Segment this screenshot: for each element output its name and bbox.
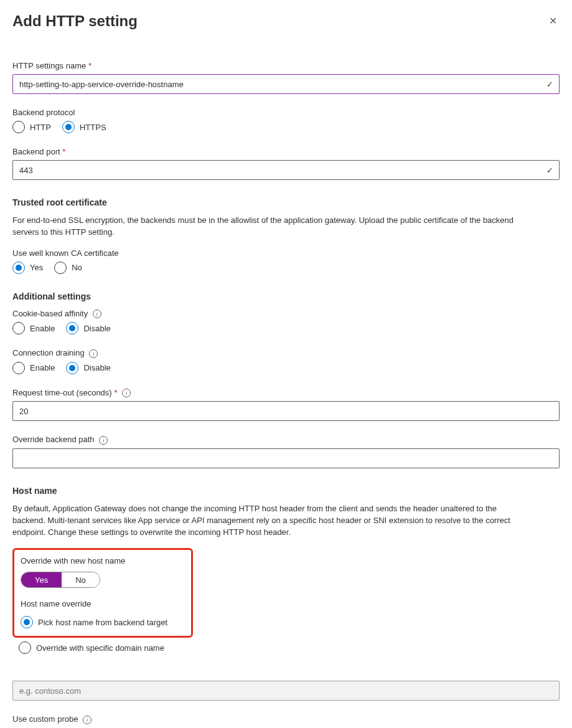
backend-protocol-label: Backend protocol bbox=[12, 108, 560, 117]
label-text: Request time-out (seconds) bbox=[12, 388, 112, 397]
trusted-root-desc: For end-to-end SSL encryption, the backe… bbox=[12, 215, 523, 239]
request-timeout-label: Request time-out (seconds) * i bbox=[12, 388, 560, 398]
protocol-https-radio[interactable]: HTTPS bbox=[62, 121, 106, 133]
radio-icon bbox=[12, 121, 25, 133]
required-star: * bbox=[114, 388, 117, 397]
radio-label: HTTPS bbox=[80, 123, 106, 132]
override-specific-domain-radio[interactable]: Override with specific domain name bbox=[19, 641, 164, 654]
cookie-disable-radio[interactable]: Disable bbox=[66, 322, 110, 334]
toggle-no[interactable]: No bbox=[62, 572, 100, 587]
radio-label: Disable bbox=[83, 324, 110, 333]
host-name-desc: By default, Application Gateway does not… bbox=[12, 503, 523, 539]
backend-port-input[interactable] bbox=[12, 160, 560, 180]
radio-label: Enable bbox=[30, 324, 55, 333]
override-backend-path-input[interactable] bbox=[12, 448, 560, 468]
info-icon[interactable]: i bbox=[83, 716, 91, 724]
drain-enable-radio[interactable]: Enable bbox=[12, 362, 55, 374]
ca-no-radio[interactable]: No bbox=[54, 262, 82, 274]
pick-from-backend-radio[interactable]: Pick host name from backend target bbox=[21, 616, 167, 628]
http-settings-name-label: HTTP settings name * bbox=[12, 61, 560, 70]
specific-domain-input bbox=[12, 681, 560, 701]
label-text: HTTP settings name bbox=[12, 61, 86, 70]
toggle-yes[interactable]: Yes bbox=[21, 572, 62, 587]
cookie-affinity-label: Cookie-based affinity i bbox=[12, 309, 560, 319]
connection-draining-label: Connection draining i bbox=[12, 348, 560, 358]
radio-icon bbox=[21, 616, 33, 628]
radio-label: Enable bbox=[30, 363, 55, 372]
host-name-title: Host name bbox=[12, 486, 560, 496]
radio-icon bbox=[12, 262, 25, 274]
label-text: Override backend path bbox=[12, 435, 95, 444]
override-hostname-toggle[interactable]: Yes No bbox=[21, 572, 100, 588]
info-icon[interactable]: i bbox=[89, 349, 98, 358]
drain-disable-radio[interactable]: Disable bbox=[66, 362, 110, 374]
radio-icon bbox=[66, 362, 78, 374]
request-timeout-input[interactable] bbox=[12, 401, 560, 421]
label-text: Connection draining bbox=[12, 348, 85, 357]
radio-icon bbox=[12, 362, 25, 374]
additional-settings-title: Additional settings bbox=[12, 291, 560, 301]
protocol-http-radio[interactable]: HTTP bbox=[12, 121, 51, 133]
http-settings-name-input[interactable] bbox=[12, 74, 560, 94]
required-star: * bbox=[62, 147, 65, 156]
override-new-hostname-label: Override with new host name bbox=[21, 556, 185, 565]
label-text: Cookie-based affinity bbox=[12, 309, 88, 318]
radio-icon bbox=[54, 262, 67, 274]
label-text: Backend port bbox=[12, 147, 60, 156]
radio-icon bbox=[62, 121, 75, 133]
cookie-enable-radio[interactable]: Enable bbox=[12, 322, 55, 334]
override-backend-path-label: Override backend path i bbox=[12, 435, 560, 445]
info-icon[interactable]: i bbox=[99, 436, 108, 445]
radio-label: Pick host name from backend target bbox=[38, 618, 167, 627]
trusted-root-title: Trusted root certificate bbox=[12, 197, 560, 207]
radio-label: No bbox=[72, 263, 82, 272]
radio-label: HTTP bbox=[30, 123, 51, 132]
use-custom-probe-label: Use custom probe i bbox=[12, 714, 560, 724]
close-icon[interactable]: ✕ bbox=[546, 12, 560, 29]
radio-label: Disable bbox=[83, 363, 110, 372]
use-well-known-ca-label: Use well known CA certificate bbox=[12, 248, 560, 258]
radio-icon bbox=[12, 322, 25, 334]
required-star: * bbox=[88, 61, 91, 70]
radio-icon bbox=[19, 641, 31, 654]
backend-port-label: Backend port * bbox=[12, 147, 560, 156]
radio-icon bbox=[66, 322, 78, 334]
host-name-override-label: Host name override bbox=[21, 599, 185, 608]
page-title: Add HTTP setting bbox=[12, 12, 138, 30]
highlight-box: Override with new host name Yes No Host … bbox=[12, 548, 193, 638]
info-icon[interactable]: i bbox=[93, 310, 101, 318]
label-text: Use custom probe bbox=[12, 714, 78, 724]
radio-label: Yes bbox=[30, 263, 43, 272]
ca-yes-radio[interactable]: Yes bbox=[12, 262, 43, 274]
radio-label: Override with specific domain name bbox=[36, 643, 164, 653]
info-icon[interactable]: i bbox=[122, 389, 131, 397]
